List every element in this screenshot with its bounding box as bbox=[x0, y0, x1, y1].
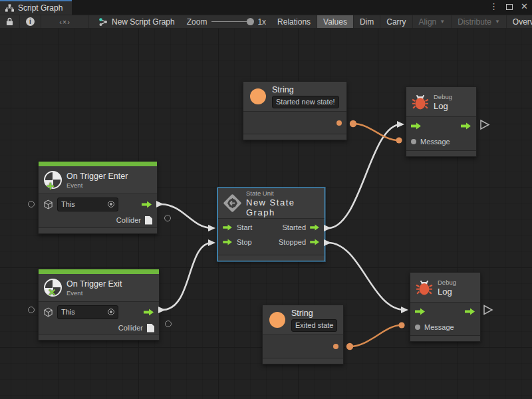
object-picker-icon[interactable] bbox=[108, 201, 114, 207]
zoom-value: 1x bbox=[257, 17, 266, 27]
object-picker-icon[interactable] bbox=[108, 309, 114, 315]
port-label-collider: Collider bbox=[116, 216, 141, 224]
enter-input-port[interactable] bbox=[411, 122, 422, 130]
wire-string-top-to-message[interactable] bbox=[353, 124, 398, 140]
wire-endpoint-dot[interactable] bbox=[396, 137, 402, 143]
node-footer bbox=[39, 227, 157, 233]
node-string-bottom[interactable]: String Exited state bbox=[262, 305, 344, 364]
gameobject-cube-icon bbox=[43, 307, 53, 317]
node-debug-log-top[interactable]: Debug Log Message bbox=[406, 86, 477, 157]
tab-bar: Script Graph ⋮ ✕ bbox=[0, 0, 532, 15]
trigger-exit-collider-port[interactable] bbox=[165, 321, 172, 327]
exit-output-port[interactable] bbox=[461, 122, 471, 130]
string-value-input[interactable]: Started new state! bbox=[272, 96, 339, 108]
wire-exit-to-stop[interactable] bbox=[162, 243, 212, 310]
port-label-start: Start bbox=[237, 223, 252, 231]
enter-input-port[interactable] bbox=[415, 308, 426, 315]
zoom-slider[interactable] bbox=[211, 21, 253, 22]
zoom-label: Zoom bbox=[187, 17, 207, 27]
bug-icon bbox=[416, 279, 433, 296]
graph-canvas[interactable]: + On Trigger Enter Event This bbox=[0, 29, 532, 399]
trigger-output-port[interactable] bbox=[142, 201, 152, 208]
target-input[interactable]: This bbox=[57, 198, 118, 211]
lock-button[interactable] bbox=[0, 15, 20, 28]
node-title: On Trigger Exit bbox=[66, 279, 122, 289]
node-title: Log bbox=[438, 287, 456, 297]
event-accent-bar bbox=[39, 269, 159, 274]
node-footer bbox=[243, 134, 346, 140]
node-title: String bbox=[272, 85, 339, 94]
gameobject-cube-icon bbox=[43, 200, 53, 209]
wire-endpoint-dot[interactable] bbox=[398, 322, 404, 328]
string-value-input[interactable]: Exited state bbox=[291, 319, 337, 332]
string-output-port[interactable] bbox=[336, 120, 342, 126]
collider-type-icon[interactable] bbox=[145, 216, 152, 225]
toolbar-button-align[interactable]: Align▼ bbox=[413, 15, 452, 28]
wire-string-bottom-to-message[interactable] bbox=[350, 325, 401, 346]
trigger-enter-target-port[interactable] bbox=[28, 201, 35, 207]
graph-title: New Script Graph bbox=[89, 15, 182, 28]
graph-hierarchy-icon bbox=[5, 4, 14, 12]
node-state-unit[interactable]: State Unit New State Graph Start Started… bbox=[217, 188, 325, 261]
graph-toolbar: i ‹×› New Script Graph Zoom 1x Relations… bbox=[0, 15, 532, 29]
exit-output-port[interactable] bbox=[465, 308, 475, 315]
visual-scripting-window: Script Graph ⋮ ✕ i ‹×› New Script Graph … bbox=[0, 0, 532, 399]
tab-script-graph[interactable]: Script Graph bbox=[0, 0, 72, 15]
node-title: String bbox=[291, 309, 337, 318]
node-on-trigger-exit[interactable]: ✕ On Trigger Exit Event This bbox=[38, 269, 160, 340]
port-label-message: Message bbox=[420, 138, 450, 146]
started-output-port[interactable] bbox=[310, 224, 320, 231]
menu-icon[interactable]: ⋮ bbox=[489, 2, 498, 11]
code-preview-button[interactable]: ‹×› bbox=[41, 15, 89, 28]
window-controls: ⋮ ✕ bbox=[489, 2, 528, 11]
target-input[interactable]: This bbox=[57, 305, 118, 319]
trigger-enter-collider-port[interactable] bbox=[164, 215, 171, 221]
stop-input-port[interactable] bbox=[223, 239, 233, 245]
collider-type-icon[interactable] bbox=[147, 324, 154, 332]
toolbar-button-carry[interactable]: Carry bbox=[380, 15, 412, 28]
toolbar-button-overview[interactable]: Overview bbox=[507, 15, 532, 28]
node-footer bbox=[218, 255, 325, 261]
trigger-output-port[interactable] bbox=[144, 309, 154, 316]
toolbar-button-distribute[interactable]: Distribute▼ bbox=[452, 15, 507, 28]
start-input-port[interactable] bbox=[223, 224, 233, 231]
node-kind: Debug bbox=[434, 93, 452, 100]
dropdown-arrow-icon: ▼ bbox=[495, 19, 500, 25]
string-literal-icon bbox=[269, 312, 285, 328]
maximize-icon[interactable] bbox=[506, 4, 513, 10]
event-accent-bar bbox=[39, 162, 157, 166]
message-input-port[interactable] bbox=[415, 325, 420, 330]
continue-port-triangle-bottom[interactable] bbox=[484, 306, 492, 315]
toolbar-button-relations[interactable]: Relations bbox=[271, 15, 317, 28]
script-graph-icon bbox=[98, 17, 108, 27]
string-literal-icon bbox=[250, 88, 266, 104]
close-icon[interactable]: ✕ bbox=[521, 2, 528, 11]
lock-icon bbox=[6, 17, 13, 26]
wire-endpoint-dot[interactable] bbox=[346, 343, 353, 350]
dropdown-arrow-icon: ▼ bbox=[440, 19, 445, 25]
node-footer bbox=[410, 335, 480, 341]
node-on-trigger-enter[interactable]: + On Trigger Enter Event This bbox=[38, 161, 158, 234]
continue-port-triangle-top[interactable] bbox=[481, 120, 489, 129]
wire-endpoint-dot[interactable] bbox=[350, 120, 356, 127]
tab-title: Script Graph bbox=[18, 3, 63, 13]
node-debug-log-bottom[interactable]: Debug Log Message bbox=[410, 272, 481, 342]
toolbar-button-values[interactable]: Values bbox=[317, 15, 354, 28]
info-icon: i bbox=[26, 17, 35, 26]
toolbar-button-dim[interactable]: Dim bbox=[354, 15, 380, 28]
trigger-exit-target-port[interactable] bbox=[28, 307, 35, 313]
zoom-slider-handle[interactable] bbox=[247, 18, 254, 25]
node-title: New State Graph bbox=[246, 198, 319, 217]
string-output-port[interactable] bbox=[333, 344, 338, 349]
code-icon: ‹×› bbox=[59, 18, 70, 26]
stopped-output-port[interactable] bbox=[310, 239, 320, 245]
port-label-stopped: Stopped bbox=[279, 238, 306, 246]
zoom-control: Zoom 1x bbox=[182, 15, 271, 28]
message-input-port[interactable] bbox=[411, 139, 416, 144]
node-string-top[interactable]: String Started new state! bbox=[243, 81, 347, 140]
bug-icon bbox=[412, 93, 429, 110]
info-button[interactable]: i bbox=[20, 15, 41, 28]
node-title: Log bbox=[434, 101, 452, 111]
wire-stopped-to-debug-bottom[interactable] bbox=[328, 243, 405, 310]
graph-name: New Script Graph bbox=[112, 17, 175, 27]
